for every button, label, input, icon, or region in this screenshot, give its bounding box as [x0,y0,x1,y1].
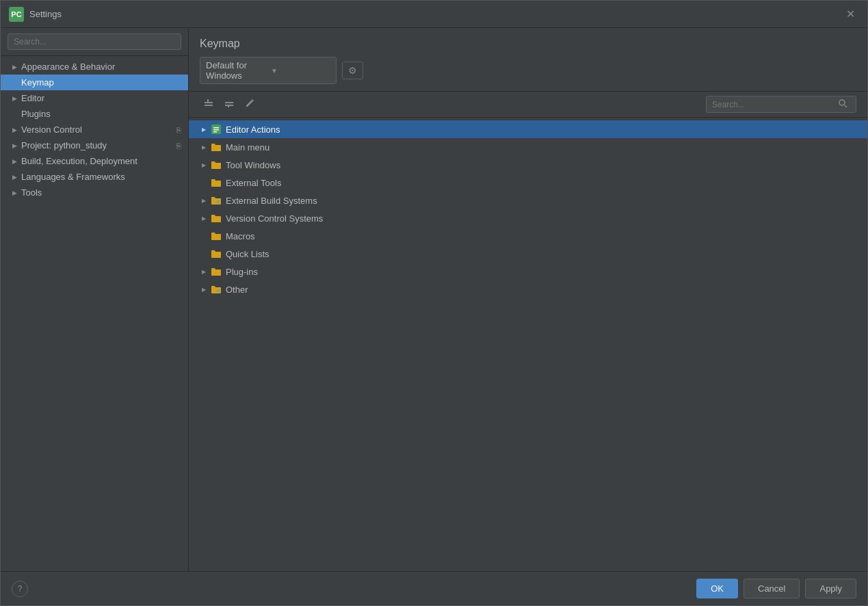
folder-gear-icon [211,196,222,205]
cancel-button[interactable]: Cancel [744,579,800,598]
tree-item-tool-windows[interactable]: ▶ Tool Windows [189,156,867,174]
tree-item-label: Other [226,285,248,295]
tree-item-label: Tool Windows [226,160,280,170]
tree-search-input[interactable] [712,100,835,109]
arrow-icon: ▶ [10,173,18,181]
svg-line-7 [845,105,847,108]
edit-button[interactable] [241,96,259,112]
svg-rect-9 [213,127,219,129]
folder-gear-icon [211,285,222,294]
tree-item-other[interactable]: ▶ Other [189,280,867,298]
tree-item-label: Editor Actions [226,124,280,135]
action-icon [211,124,222,135]
sidebar-item-label: Project: python_study [21,140,107,150]
keymap-title: Keymap [200,38,856,50]
tree-item-label: Macros [226,231,255,241]
settings-dialog: PC Settings ✕ ▶ Appearance & Behavior Ke… [0,0,868,606]
expand-arrow-icon: ▶ [200,125,208,133]
sidebar-item-label: Languages & Frameworks [21,172,125,182]
sidebar-item-appearance[interactable]: ▶ Appearance & Behavior [1,59,188,75]
svg-rect-1 [205,105,213,106]
expand-arrow-icon: ▶ [200,196,208,205]
tree-item-external-build[interactable]: ▶ External Build Systems [189,192,867,209]
sidebar-item-editor[interactable]: ▶ Editor [1,90,188,106]
spacer-icon [200,232,208,240]
arrow-icon: ▶ [10,126,18,134]
svg-rect-5 [228,105,229,107]
close-button[interactable]: ✕ [842,5,859,23]
arrow-icon: ▶ [10,63,18,71]
arrow-icon: ▶ [10,94,18,103]
sidebar-item-languages[interactable]: ▶ Languages & Frameworks [1,169,188,185]
collapse-all-button[interactable] [200,96,218,112]
svg-rect-10 [213,129,219,131]
sidebar-item-label: Build, Execution, Deployment [21,156,137,166]
sidebar-item-version-control[interactable]: ▶ Version Control ⎘ [1,122,188,137]
expand-arrow-icon: ▶ [200,143,208,151]
main-header: Keymap Default for Windows ▼ ⚙ [189,28,867,92]
keymap-settings-button[interactable]: ⚙ [342,62,363,79]
tree-toolbar [189,92,867,118]
sidebar-item-label: Keymap [21,77,54,88]
sidebar-items: ▶ Appearance & Behavior Keymap ▶ Editor … [1,56,188,571]
sidebar-item-keymap[interactable]: Keymap [1,75,188,90]
title-bar: PC Settings ✕ [1,1,867,28]
tree-item-main-menu[interactable]: ▶ Main menu [189,138,867,156]
tree-item-editor-actions[interactable]: ▶ Editor Actions [189,120,867,138]
svg-rect-0 [205,102,213,103]
dialog-body: ▶ Appearance & Behavior Keymap ▶ Editor … [1,28,867,571]
spacer-icon [200,250,208,258]
expand-arrow-icon: ▶ [200,161,208,169]
ok-button[interactable]: OK [696,579,738,598]
sidebar-search-container [1,28,188,56]
tree-item-macros[interactable]: Macros [189,227,867,245]
sidebar-item-label: Tools [21,187,42,198]
main-content: Keymap Default for Windows ▼ ⚙ [189,28,867,571]
arrow-icon: ▶ [10,157,18,166]
folder-icon [211,213,222,223]
sidebar-item-plugins[interactable]: Plugins [1,106,188,122]
dialog-title: Settings [29,9,842,19]
sidebar-item-label: Plugins [21,109,51,119]
expand-arrow-icon: ▶ [200,285,208,293]
sidebar: ▶ Appearance & Behavior Keymap ▶ Editor … [1,28,189,571]
keymap-dropdown-value: Default for Windows [206,60,265,81]
sidebar-item-label: Version Control [21,124,82,135]
tree-container: ▶ Editor Actions ▶ [189,118,867,571]
svg-rect-3 [225,102,233,103]
expand-arrow-icon: ▶ [200,214,208,222]
chevron-down-icon: ▼ [271,67,330,75]
sidebar-item-label: Appearance & Behavior [21,62,115,72]
folder-icon [211,178,222,187]
folder-icon [211,267,222,276]
svg-point-13 [218,201,218,202]
tree-item-label: Plug-ins [226,267,258,277]
sidebar-item-build[interactable]: ▶ Build, Execution, Deployment [1,153,188,169]
sidebar-item-tools[interactable]: ▶ Tools [1,185,188,200]
copy-icon: ⎘ [176,142,181,150]
help-button[interactable]: ? [12,581,28,597]
tree-item-label: Main menu [226,142,269,153]
svg-point-15 [218,290,218,291]
sidebar-item-project[interactable]: ▶ Project: python_study ⎘ [1,137,188,153]
app-icon: PC [9,7,24,22]
search-icon-button[interactable] [835,98,850,110]
folder-icon [211,231,222,241]
sidebar-search-input[interactable] [8,34,181,50]
dialog-footer: ? OK Cancel Apply [1,571,867,605]
tree-item-quick-lists[interactable]: Quick Lists [189,245,867,263]
tree-item-vcs[interactable]: ▶ Version Control Systems [189,209,867,227]
arrow-icon: ▶ [10,189,18,197]
expand-all-button[interactable] [220,96,238,112]
folder-icon [211,160,222,170]
folder-icon [211,142,222,152]
keymap-dropdown[interactable]: Default for Windows ▼ [200,57,337,84]
tree-item-external-tools[interactable]: External Tools [189,174,867,192]
apply-button[interactable]: Apply [805,579,856,598]
tree-item-label: Quick Lists [226,249,269,259]
sidebar-item-label: Editor [21,93,44,103]
tree-item-plugins[interactable]: ▶ Plug-ins [189,263,867,280]
tree-item-label: External Build Systems [226,196,317,206]
expand-arrow-icon: ▶ [200,267,208,276]
keymap-controls: Default for Windows ▼ ⚙ [200,57,856,84]
